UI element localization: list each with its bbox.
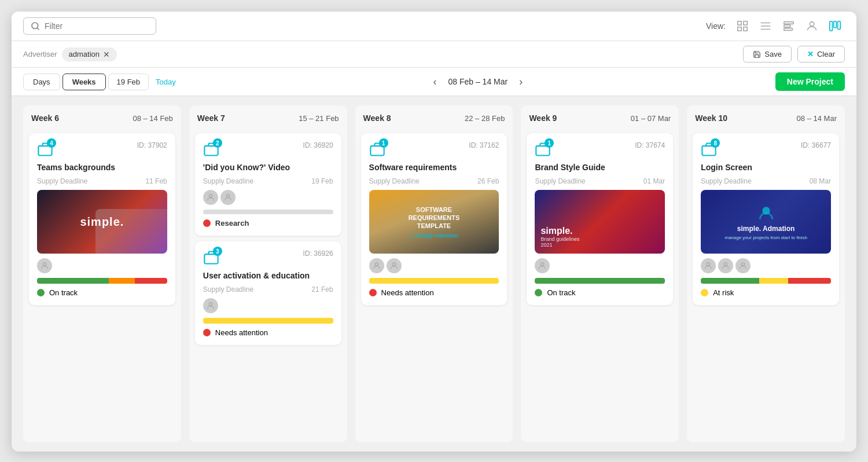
card-icon-wrap: 4 — [37, 141, 53, 157]
progress-seg-yellow — [759, 278, 788, 284]
svg-point-19 — [209, 195, 212, 197]
loading-bar — [203, 210, 333, 214]
progress-bar — [37, 278, 167, 284]
status-row: On track — [37, 288, 167, 297]
card-software-requirements: 1 ID: 37162 Software requirements Supply… — [361, 133, 507, 305]
card-id: ID: 37902 — [137, 141, 167, 149]
tab-days[interactable]: Days — [23, 74, 60, 90]
card-header: 3 ID: 36926 — [203, 250, 333, 266]
week-7-header: Week 7 15 – 21 Feb — [195, 112, 341, 127]
status-row: Needs attention — [369, 288, 499, 297]
tab-date[interactable]: 19 Feb — [108, 74, 149, 90]
status-label: On track — [547, 288, 575, 297]
avatar-row — [369, 258, 499, 273]
filter-input[interactable] — [45, 21, 149, 31]
week-8-header: Week 8 22 – 28 Feb — [361, 112, 507, 127]
avatar-row — [203, 298, 333, 313]
avatar — [203, 298, 218, 313]
card-badge: 1 — [379, 138, 388, 148]
board: Week 6 08 – 14 Feb 4 ID: 37902 Teams bac… — [12, 96, 856, 452]
progress-seg-orange — [109, 278, 135, 284]
supply-label: Supply Deadline — [203, 177, 253, 185]
svg-point-17 — [43, 263, 46, 266]
week-col-9: Week 9 01 – 07 Mar 1 ID: 37674 Brand Sty… — [521, 105, 679, 442]
card-badge: 4 — [47, 138, 56, 148]
avatar-2 — [387, 258, 402, 273]
card-header: 4 ID: 37902 — [37, 141, 167, 157]
view-btn-kanban[interactable] — [825, 17, 845, 35]
progress-seg-red — [135, 278, 167, 284]
filter-tag-remove[interactable]: ✕ — [103, 50, 110, 59]
week-8-range: 22 – 28 Feb — [465, 114, 505, 123]
thumb-login: simple. Admation manage your projects fr… — [701, 190, 831, 254]
card-thumbnail: simple. Brand guidelines2021 — [535, 190, 665, 254]
thumb-login-sub: manage your projects from start to finis… — [724, 235, 807, 240]
app-container: View: Advertiser admation ✕ — [12, 12, 856, 452]
card-supply: Supply Deadline 01 Mar — [535, 177, 665, 185]
card-login-screen: 8 ID: 36677 Login Screen Supply Deadline… — [693, 133, 839, 305]
supply-date: 08 Mar — [810, 177, 831, 185]
svg-rect-13 — [830, 21, 833, 31]
progress-seg-green — [37, 278, 109, 284]
avatar-row — [535, 258, 665, 273]
filter-actions: Save ✕ Clear — [743, 46, 845, 63]
progress-bar — [701, 278, 831, 284]
card-id: ID: 37674 — [635, 141, 665, 149]
svg-point-27 — [541, 263, 544, 266]
progress-seg-red — [788, 278, 831, 284]
status-label: Needs attention — [381, 288, 434, 297]
view-btn-table[interactable] — [733, 17, 752, 35]
status-dot — [535, 289, 542, 296]
next-arrow[interactable]: › — [514, 76, 527, 88]
svg-point-12 — [810, 22, 814, 26]
filter-tag-value: admation — [69, 50, 100, 58]
filter-input-wrap[interactable] — [23, 17, 156, 35]
card-icon-wrap: 3 — [203, 250, 219, 266]
clear-button[interactable]: ✕ Clear — [797, 46, 845, 63]
status-dot — [37, 289, 45, 296]
view-btn-timeline[interactable] — [779, 17, 799, 35]
avatar-1 — [701, 258, 716, 273]
research-dot — [203, 219, 211, 227]
status-label: Needs attention — [215, 328, 268, 337]
thumb-software-title: SOFTWAREREQUIREMENTSTEMPLATE — [409, 206, 460, 230]
supply-label: Supply Deadline — [37, 177, 87, 185]
supply-label: Supply Deadline — [535, 177, 585, 185]
tab-weeks[interactable]: Weeks — [62, 74, 106, 90]
thumb-simple-text: simple. — [80, 215, 124, 229]
prev-arrow[interactable]: ‹ — [428, 76, 441, 88]
card-badge: 8 — [711, 138, 720, 148]
filter-tag-admation[interactable]: admation ✕ — [62, 47, 117, 61]
avatar-3 — [735, 258, 751, 273]
new-project-button[interactable]: New Project — [775, 72, 845, 91]
svg-point-32 — [742, 263, 745, 266]
supply-label: Supply Deadline — [203, 285, 253, 294]
card-brand-style-guide: 1 ID: 37674 Brand Style Guide Supply Dea… — [527, 133, 673, 305]
nav-center: ‹ 08 Feb – 14 Mar › — [428, 76, 527, 88]
card-id: ID: 37162 — [469, 141, 499, 149]
card-id: ID: 36920 — [303, 141, 333, 149]
clear-x-icon: ✕ — [807, 50, 814, 58]
view-btn-user[interactable] — [802, 17, 822, 35]
filter-tag-label: Advertiser — [23, 50, 57, 58]
nav-left: Days Weeks 19 Feb Today — [23, 74, 181, 90]
week-col-10: Week 10 08 – 14 Mar 8 ID: 36677 Login Sc… — [687, 105, 845, 442]
supply-label: Supply Deadline — [701, 177, 751, 185]
save-button[interactable]: Save — [743, 46, 792, 63]
svg-rect-4 — [738, 27, 741, 31]
view-controls: View: — [706, 17, 845, 35]
progress-seg-green — [701, 278, 759, 284]
svg-point-25 — [392, 263, 395, 266]
avatar-row — [203, 190, 333, 205]
login-person-icon — [757, 204, 775, 222]
card-id: ID: 36677 — [801, 141, 831, 149]
svg-rect-15 — [838, 21, 841, 30]
view-btn-list[interactable] — [756, 17, 775, 35]
clear-label: Clear — [817, 50, 835, 58]
status-row: At risk — [701, 288, 831, 297]
tab-today[interactable]: Today — [151, 74, 181, 90]
avatar-1 — [203, 190, 218, 205]
week-9-range: 01 – 07 Mar — [631, 114, 671, 123]
progress-seg-yellow — [203, 318, 333, 324]
research-label: Research — [215, 219, 249, 228]
